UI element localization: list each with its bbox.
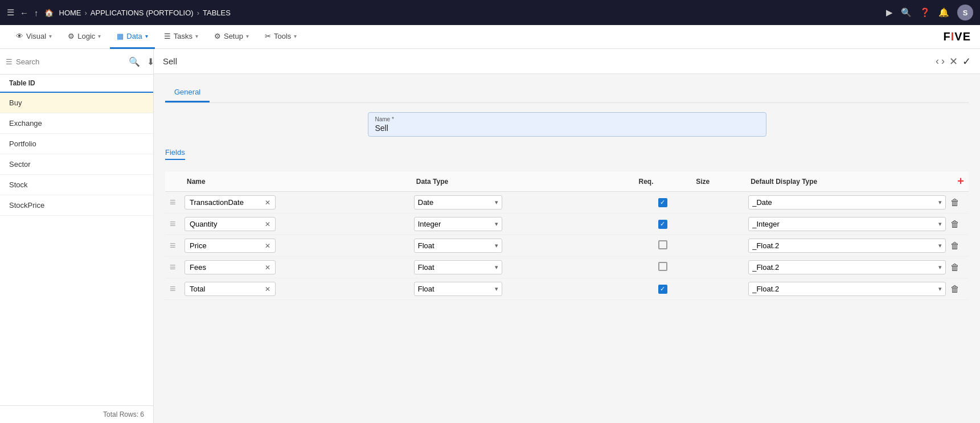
back-button[interactable]: ←	[20, 8, 28, 18]
sidebar-item-portfolio[interactable]: Portfolio	[0, 134, 153, 154]
col-size-header: Size	[691, 171, 746, 192]
required-checkbox[interactable]	[658, 240, 667, 249]
field-name-input[interactable]: TransactionDate ✕	[184, 195, 276, 210]
breadcrumb-tables[interactable]: TABLES	[203, 9, 231, 17]
field-displaytype-select[interactable]: _Date ▾	[748, 195, 946, 210]
sidebar-header: Table ID	[0, 75, 153, 93]
delete-field-button[interactable]: 🗑	[950, 241, 960, 251]
sidebar-header-label: Table ID	[9, 79, 35, 87]
field-datatype-select[interactable]: Float ▾	[414, 239, 502, 253]
close-button[interactable]: ✕	[949, 55, 958, 68]
confirm-button[interactable]: ✓	[962, 55, 971, 68]
field-datatype-select[interactable]: Integer ▾	[414, 217, 502, 231]
clear-name-icon[interactable]: ✕	[265, 285, 270, 293]
delete-field-button[interactable]: 🗑	[950, 284, 960, 294]
datatype-dropdown-arrow: ▾	[495, 285, 498, 293]
required-checkbox[interactable]	[658, 262, 667, 271]
search-top-button[interactable]: 🔍	[901, 7, 912, 18]
sidebar-item-stockprice-label: StockPrice	[9, 201, 44, 210]
displaytype-dropdown-arrow: ▾	[938, 285, 942, 293]
play-button[interactable]: ▶	[886, 7, 893, 18]
field-name-input[interactable]: Fees ✕	[184, 260, 276, 274]
hamburger-button[interactable]: ☰	[7, 7, 14, 18]
sidebar: ☰ 🔍 ⬇ ⬆ ⚡ + Table ID Buy Exchange Portfo…	[0, 49, 154, 423]
displaytype-dropdown-arrow: ▾	[938, 220, 942, 228]
top-bar: ☰ ← ↑ 🏠 HOME › APPLICATIONS (PORTFOLIO) …	[0, 0, 980, 25]
tools-icon: ✂	[265, 32, 271, 40]
delete-field-button[interactable]: 🗑	[950, 198, 960, 208]
field-name-input[interactable]: Price ✕	[184, 239, 276, 253]
sidebar-item-stock[interactable]: Stock	[0, 175, 153, 195]
drag-handle[interactable]: ≡	[167, 218, 178, 229]
data-icon: ▦	[117, 32, 124, 40]
field-name-input[interactable]: Quantity ✕	[184, 217, 276, 231]
sidebar-item-stockprice[interactable]: StockPrice	[0, 195, 153, 216]
sidebar-item-sector[interactable]: Sector	[0, 154, 153, 175]
sidebar-item-sector-label: Sector	[9, 160, 31, 169]
add-field-button[interactable]: +	[957, 175, 964, 188]
sidebar-item-buy[interactable]: Buy	[0, 93, 153, 113]
back-icon: ←	[20, 8, 28, 18]
fields-section-label: Fields	[165, 148, 185, 160]
field-name-input[interactable]: Total ✕	[184, 282, 276, 296]
name-field-label: Name *	[375, 116, 759, 122]
field-displaytype-select[interactable]: _Float.2 ▾	[748, 239, 946, 253]
displaytype-dropdown-arrow: ▾	[938, 264, 942, 271]
search-input[interactable]	[16, 58, 112, 66]
up-button[interactable]: ↑	[34, 8, 39, 18]
breadcrumb-home[interactable]: HOME	[59, 9, 81, 17]
table-row: ≡ TransactionDate ✕ Date ▾ ✓ _Date ▾ 🗑	[165, 192, 969, 213]
drag-handle[interactable]: ≡	[167, 283, 178, 294]
prev-button[interactable]: ‹	[936, 55, 939, 67]
field-datatype-select[interactable]: Float ▾	[414, 282, 502, 296]
required-checkbox[interactable]: ✓	[658, 198, 667, 207]
col-req-header: Req.	[634, 171, 692, 192]
help-button[interactable]: ❓	[920, 7, 930, 18]
datatype-dropdown-arrow: ▾	[495, 242, 498, 249]
col-name-header: Name	[182, 171, 412, 192]
field-displaytype-select[interactable]: _Float.2 ▾	[748, 282, 946, 296]
breadcrumb-applications[interactable]: APPLICATIONS (PORTFOLIO)	[91, 9, 194, 17]
field-datatype-select[interactable]: Float ▾	[414, 260, 502, 274]
nav-setup[interactable]: ⚙ Setup ▾	[207, 25, 256, 49]
panel-actions: ‹ › ✕ ✓	[936, 55, 971, 68]
breadcrumb: HOME › APPLICATIONS (PORTFOLIO) › TABLES	[59, 9, 231, 17]
datatype-dropdown-arrow: ▾	[495, 220, 498, 228]
field-displaytype-select[interactable]: _Float.2 ▾	[748, 260, 946, 274]
search-button[interactable]: 🔍	[126, 54, 142, 69]
nav-logic[interactable]: ⚙ Logic ▾	[61, 25, 108, 49]
panel-title: Sell	[163, 56, 177, 66]
delete-field-button[interactable]: 🗑	[950, 262, 960, 273]
sidebar-item-exchange[interactable]: Exchange	[0, 113, 153, 134]
col-datatype-header: Data Type	[412, 171, 634, 192]
nav-data[interactable]: ▦ Data ▾	[110, 25, 154, 49]
nav-tasks[interactable]: ☰ Tasks ▾	[157, 25, 205, 49]
table-row: ≡ Fees ✕ Float ▾ _Float.2 ▾ 🗑	[165, 257, 969, 278]
filter-icon: ☰	[6, 58, 13, 66]
main-layout: ☰ 🔍 ⬇ ⬆ ⚡ + Table ID Buy Exchange Portfo…	[0, 49, 980, 423]
drag-handle[interactable]: ≡	[167, 240, 178, 251]
avatar[interactable]: S	[957, 5, 973, 20]
clear-name-icon[interactable]: ✕	[265, 220, 270, 228]
setup-icon: ⚙	[214, 32, 221, 40]
clear-name-icon[interactable]: ✕	[265, 264, 270, 272]
required-checkbox[interactable]: ✓	[658, 285, 667, 294]
drag-handle[interactable]: ≡	[167, 196, 178, 208]
field-datatype-select[interactable]: Date ▾	[414, 195, 502, 210]
clear-name-icon[interactable]: ✕	[265, 199, 270, 207]
field-displaytype-select[interactable]: _Integer ▾	[748, 217, 946, 231]
drag-handle[interactable]: ≡	[167, 261, 178, 273]
name-field-value[interactable]: Sell	[375, 124, 759, 133]
notifications-button[interactable]: 🔔	[938, 7, 949, 18]
nav-visual[interactable]: 👁 Visual ▾	[9, 25, 59, 49]
delete-field-button[interactable]: 🗑	[950, 219, 960, 229]
sidebar-list: Buy Exchange Portfolio Sector Stock Stoc…	[0, 93, 153, 405]
clear-name-icon[interactable]: ✕	[265, 242, 270, 250]
nav-tools[interactable]: ✂ Tools ▾	[258, 25, 304, 49]
tab-general[interactable]: General	[165, 83, 210, 102]
sidebar-footer: Total Rows: 6	[0, 405, 153, 423]
next-button[interactable]: ›	[941, 55, 945, 67]
up-icon: ↑	[34, 8, 39, 18]
datatype-dropdown-arrow: ▾	[495, 264, 498, 271]
required-checkbox[interactable]: ✓	[658, 220, 667, 229]
